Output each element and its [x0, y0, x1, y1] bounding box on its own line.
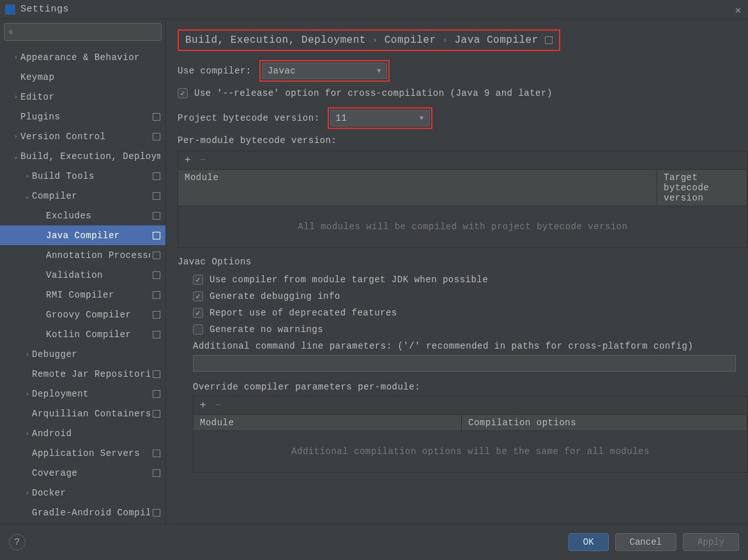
project-scope-icon: [153, 331, 160, 338]
release-option-label: Use '--release' option for cross-compila…: [194, 88, 553, 98]
sidebar-item[interactable]: ›Docker: [0, 483, 165, 503]
project-scope-icon: [153, 390, 160, 398]
option-label: Use compiler from module target JDK when…: [210, 275, 488, 285]
generate-no-warnings-checkbox[interactable]: [193, 324, 203, 335]
bytecode-version-label: Project bytecode version:: [178, 113, 320, 123]
sidebar-item[interactable]: ›Version Control: [0, 126, 165, 146]
sidebar-item[interactable]: Validation: [0, 265, 165, 285]
search-input[interactable]: [4, 23, 162, 41]
close-icon[interactable]: ✕: [735, 4, 742, 17]
chevron-right-icon: ›: [11, 93, 20, 101]
sidebar-item[interactable]: ›Android: [0, 423, 165, 443]
use-compiler-label: Use compiler:: [178, 66, 252, 76]
project-scope-icon: [153, 113, 160, 121]
release-option-checkbox[interactable]: [178, 88, 188, 98]
project-scope-icon: [153, 252, 160, 259]
chevron-right-icon: ›: [372, 35, 378, 45]
generate-debugging-info-checkbox[interactable]: [193, 291, 203, 301]
per-module-bytecode-table: + − Module Target bytecode version All m…: [178, 151, 748, 248]
javac-options-title: Javac Options: [178, 257, 748, 267]
sidebar-item-label: Compiler: [32, 191, 150, 201]
option-label: Generate debugging info: [210, 291, 340, 301]
sidebar-item[interactable]: ⌄Compiler: [0, 186, 165, 206]
sidebar-item-label: Remote Jar Repositories: [32, 369, 150, 379]
sidebar-item[interactable]: Keymap: [0, 67, 165, 87]
dialog-footer: ? OK Cancel Apply: [0, 524, 748, 559]
sidebar-item-label: Arquillian Containers: [32, 409, 150, 419]
project-scope-icon: [153, 410, 160, 418]
sidebar-item-label: Version Control: [20, 132, 150, 142]
chevron-right-icon: ›: [23, 351, 32, 358]
breadcrumb-seg[interactable]: Build, Execution, Deployment: [185, 34, 366, 46]
sidebar-item[interactable]: Excludes: [0, 206, 165, 225]
sidebar-item[interactable]: Gradle-Android Compiler: [0, 503, 165, 522]
chevron-right-icon: ›: [23, 430, 32, 437]
chevron-right-icon: ›: [23, 390, 32, 398]
breadcrumb-seg: Java Compiler: [454, 34, 538, 46]
add-icon[interactable]: +: [185, 155, 191, 166]
option-label: Report use of deprecated features: [210, 308, 397, 318]
project-scope-icon: [153, 370, 160, 378]
sidebar-item[interactable]: Coverage: [0, 463, 165, 483]
sidebar-item[interactable]: Groovy Compiler: [0, 305, 165, 324]
bytecode-version-dropdown[interactable]: 11 ▼: [330, 110, 430, 126]
sidebar-item-label: Android: [32, 428, 160, 439]
sidebar-item-label: Keymap: [20, 72, 160, 82]
dropdown-value: Javac: [268, 66, 369, 76]
main-panel: Build, Execution, Deployment › Compiler …: [166, 19, 748, 524]
sidebar-item-label: Excludes: [46, 211, 150, 221]
sidebar-item[interactable]: RMI Compiler: [0, 285, 165, 305]
sidebar-item-label: Groovy Compiler: [46, 310, 150, 320]
chevron-right-icon: ›: [11, 54, 20, 61]
table-empty-text: All modules will be compiled with projec…: [178, 206, 747, 247]
sidebar-item[interactable]: ›Editor: [0, 87, 165, 107]
report-deprecated-checkbox[interactable]: [193, 308, 203, 318]
search-icon: ⌕: [8, 27, 13, 38]
sidebar-item[interactable]: ›Debugger: [0, 344, 165, 364]
sidebar-item-label: Build Tools: [32, 171, 150, 181]
sidebar-item[interactable]: ⌄Build, Execution, Deployment: [0, 146, 165, 166]
remove-icon: −: [200, 155, 206, 166]
sidebar-item-label: Plugins: [20, 112, 150, 122]
sidebar-item[interactable]: Kotlin Compiler: [0, 324, 165, 344]
sidebar-item[interactable]: Application Servers: [0, 443, 165, 463]
sidebar-item[interactable]: Remote Jar Repositories: [0, 364, 165, 384]
project-scope-icon: [153, 232, 160, 239]
sidebar-item[interactable]: Java Compiler: [0, 225, 165, 245]
sidebar-item[interactable]: ›Deployment: [0, 384, 165, 404]
sidebar-item-label: Appearance & Behavior: [20, 52, 160, 63]
project-scope-icon: [153, 311, 160, 319]
sidebar-item-label: Debugger: [32, 349, 160, 359]
sidebar-item[interactable]: ›Appearance & Behavior: [0, 47, 165, 67]
chevron-down-icon: ▼: [420, 115, 424, 122]
cancel-button[interactable]: Cancel: [615, 533, 676, 551]
project-scope-icon: [153, 172, 160, 180]
apply-button: Apply: [683, 533, 739, 551]
sidebar-item[interactable]: ›Build Tools: [0, 166, 165, 186]
breadcrumb: Build, Execution, Deployment › Compiler …: [178, 29, 560, 51]
option-label: Generate no warnings: [210, 324, 323, 335]
use-compiler-dropdown[interactable]: Javac ▼: [262, 63, 387, 79]
additional-cmdline-label: Additional command line parameters: ('/'…: [193, 341, 748, 351]
app-icon: [5, 4, 15, 15]
breadcrumb-seg[interactable]: Compiler: [385, 34, 436, 46]
chevron-right-icon: ›: [23, 489, 32, 497]
sidebar-item-label: Docker: [32, 488, 160, 498]
search-wrap: ⌕: [0, 19, 165, 45]
sidebar-item[interactable]: Arquillian Containers: [0, 404, 165, 423]
sidebar-item[interactable]: Plugins: [0, 107, 165, 126]
chevron-right-icon: ›: [11, 133, 20, 140]
per-module-label: Per-module bytecode version:: [178, 135, 748, 146]
use-compiler-from-target-jdk-checkbox[interactable]: [193, 275, 203, 285]
add-icon[interactable]: +: [200, 400, 206, 411]
sidebar-item-label: Build, Execution, Deployment: [20, 151, 160, 162]
sidebar-item[interactable]: Annotation Processors: [0, 245, 165, 265]
project-scope-icon: [153, 450, 160, 457]
help-button[interactable]: ?: [9, 534, 26, 550]
additional-cmdline-input[interactable]: [193, 355, 736, 372]
project-scope-icon: [545, 36, 553, 44]
ok-button[interactable]: OK: [569, 533, 609, 551]
sidebar-item-label: Validation: [46, 270, 150, 280]
chevron-down-icon: ⌄: [23, 192, 32, 200]
chevron-right-icon: ›: [443, 35, 448, 45]
